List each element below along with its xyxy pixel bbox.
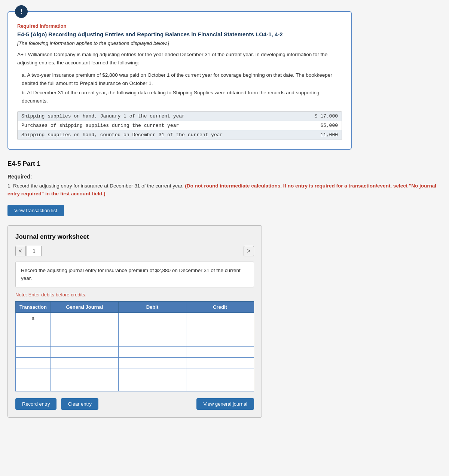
credit-input[interactable] xyxy=(186,324,254,335)
instruction-start: 1. Record the adjusting entry for insura… xyxy=(7,183,184,189)
table-row xyxy=(16,346,254,357)
next-button[interactable]: > xyxy=(244,246,254,256)
general-journal-input[interactable] xyxy=(51,335,118,346)
description-text: A+T Williamson Company is making adjusti… xyxy=(17,51,342,67)
credit-input-cell[interactable] xyxy=(186,380,254,391)
credit-input-cell[interactable] xyxy=(186,357,254,369)
debit-input-cell[interactable] xyxy=(118,335,186,346)
col-credit: Credit xyxy=(186,301,254,312)
table-row xyxy=(16,335,254,346)
credit-input-cell[interactable] xyxy=(186,335,254,346)
credit-input[interactable] xyxy=(186,380,254,391)
clear-entry-button[interactable]: Clear entry xyxy=(61,398,98,410)
data-table-wrapper: Shipping supplies on hand, January 1 of … xyxy=(17,111,342,140)
table-cell-amount: $ 17,000 xyxy=(300,112,342,121)
credit-input-cell[interactable] xyxy=(186,369,254,380)
general-journal-input-cell[interactable] xyxy=(51,335,118,346)
debit-input[interactable] xyxy=(119,369,186,380)
instruction-text: 1. Record the adjusting entry for insura… xyxy=(7,182,442,198)
entry-description: Record the adjusting journal entry for i… xyxy=(15,262,254,287)
list-item-b: b. At December 31 of the current year, t… xyxy=(22,89,342,105)
table-row: a xyxy=(16,312,254,324)
table-row: Purchases of shipping supplies during th… xyxy=(18,121,342,130)
credit-input[interactable] xyxy=(186,335,254,346)
debit-input[interactable] xyxy=(119,347,186,357)
list-items: a. A two-year insurance premium of $2,88… xyxy=(22,71,342,105)
info-icon: ! xyxy=(15,5,28,18)
debit-input-cell[interactable] xyxy=(118,324,186,335)
col-transaction: Transaction xyxy=(16,301,51,312)
nav-row: < > xyxy=(15,246,254,256)
journal-worksheet: Journal entry worksheet < > Record the a… xyxy=(7,225,262,418)
transaction-cell-3 xyxy=(16,335,51,346)
general-journal-input[interactable] xyxy=(51,380,118,391)
credit-input[interactable] xyxy=(186,369,254,380)
buttons-row: Record entry Clear entry View general jo… xyxy=(15,398,254,410)
part-title: E4-5 Part 1 xyxy=(7,160,442,168)
general-journal-input[interactable] xyxy=(51,347,118,357)
transaction-cell-6 xyxy=(16,369,51,380)
view-transaction-list-button[interactable]: View transaction list xyxy=(7,205,64,216)
table-cell-amount: 65,000 xyxy=(300,121,342,130)
debit-input-cell[interactable] xyxy=(118,380,186,391)
table-cell-label: Purchases of shipping supplies during th… xyxy=(18,121,300,130)
table-header-row: Transaction General Journal Debit Credit xyxy=(16,301,254,312)
table-row xyxy=(16,324,254,335)
record-entry-button[interactable]: Record entry xyxy=(15,398,56,410)
debit-input[interactable] xyxy=(119,380,186,391)
general-journal-input[interactable] xyxy=(51,313,118,324)
credit-input-cell[interactable] xyxy=(186,346,254,357)
table-row xyxy=(16,357,254,369)
transaction-cell-a: a xyxy=(16,312,51,324)
table-row: Shipping supplies on hand, counted on De… xyxy=(18,130,342,140)
general-journal-input[interactable] xyxy=(51,369,118,380)
credit-input-cell[interactable] xyxy=(186,312,254,324)
table-row: Shipping supplies on hand, January 1 of … xyxy=(18,112,342,121)
general-journal-input-cell[interactable] xyxy=(51,324,118,335)
general-journal-input-cell[interactable] xyxy=(51,312,118,324)
credit-input[interactable] xyxy=(186,313,254,324)
general-journal-input[interactable] xyxy=(51,324,118,335)
credit-input[interactable] xyxy=(186,347,254,357)
transaction-cell-7 xyxy=(16,380,51,391)
transaction-cell-2 xyxy=(16,324,51,335)
debit-input-cell[interactable] xyxy=(118,357,186,369)
problem-title: E4-5 (Algo) Recording Adjusting Entries … xyxy=(17,31,342,37)
page-number-input[interactable] xyxy=(27,246,42,256)
journal-title: Journal entry worksheet xyxy=(15,233,254,241)
view-general-journal-button[interactable]: View general journal xyxy=(196,398,254,410)
required-label: Required: xyxy=(7,174,442,180)
journal-table: Transaction General Journal Debit Credit… xyxy=(15,301,254,391)
shipping-data-table: Shipping supplies on hand, January 1 of … xyxy=(18,112,342,140)
debit-input[interactable] xyxy=(119,313,186,324)
credit-input[interactable] xyxy=(186,358,254,369)
general-journal-input-cell[interactable] xyxy=(51,369,118,380)
required-section: Required: 1. Record the adjusting entry … xyxy=(7,174,442,198)
debit-input[interactable] xyxy=(119,335,186,346)
debit-input-cell[interactable] xyxy=(118,312,186,324)
prev-button[interactable]: < xyxy=(15,246,26,256)
table-cell-label: Shipping supplies on hand, counted on De… xyxy=(18,130,300,140)
general-journal-input-cell[interactable] xyxy=(51,346,118,357)
note-text: Note: Enter debits before credits. xyxy=(15,292,254,298)
table-cell-label: Shipping supplies on hand, January 1 of … xyxy=(18,112,300,121)
col-general-journal: General Journal xyxy=(51,301,118,312)
italic-info: [The following information applies to th… xyxy=(17,40,342,46)
required-information-label: Required information xyxy=(17,23,342,29)
debit-input[interactable] xyxy=(119,358,186,369)
general-journal-input[interactable] xyxy=(51,358,118,369)
table-cell-amount: 11,000 xyxy=(300,130,342,140)
general-journal-input-cell[interactable] xyxy=(51,357,118,369)
debit-input-cell[interactable] xyxy=(118,369,186,380)
general-journal-input-cell[interactable] xyxy=(51,380,118,391)
list-item-a: a. A two-year insurance premium of $2,88… xyxy=(22,71,342,87)
debit-input-cell[interactable] xyxy=(118,346,186,357)
info-box: ! Required information E4-5 (Algo) Recor… xyxy=(7,11,352,150)
debit-input[interactable] xyxy=(119,324,186,335)
credit-input-cell[interactable] xyxy=(186,324,254,335)
part-section: E4-5 Part 1 Required: 1. Record the adju… xyxy=(7,160,442,216)
transaction-cell-5 xyxy=(16,357,51,369)
transaction-cell-4 xyxy=(16,346,51,357)
table-row xyxy=(16,380,254,391)
col-debit: Debit xyxy=(118,301,186,312)
